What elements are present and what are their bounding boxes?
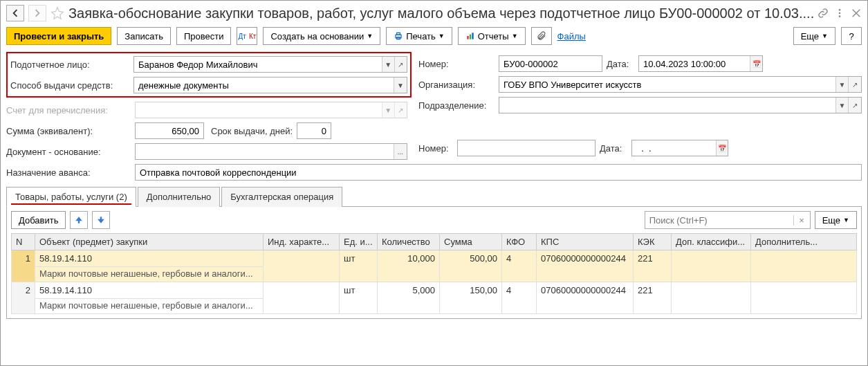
tab-extra[interactable]: Дополнительно bbox=[138, 187, 221, 207]
move-up-button[interactable] bbox=[70, 211, 88, 229]
col-qty[interactable]: Количество bbox=[378, 234, 440, 250]
issue-days-input[interactable] bbox=[297, 123, 331, 138]
col-n[interactable]: N bbox=[12, 234, 35, 250]
cell-qty[interactable]: 5,000 bbox=[378, 282, 440, 314]
issue-days-field[interactable] bbox=[297, 122, 331, 139]
cell-extra[interactable] bbox=[751, 282, 857, 314]
svg-rect-8 bbox=[472, 33, 473, 39]
kebab-icon[interactable] bbox=[834, 8, 845, 19]
col-kfo[interactable]: КФО bbox=[502, 234, 537, 250]
cell-qty[interactable]: 10,000 bbox=[378, 250, 440, 282]
dept-input[interactable] bbox=[499, 98, 835, 113]
cell-code[interactable]: 58.19.14.110 bbox=[35, 250, 264, 267]
print-button[interactable]: Печать ▼ bbox=[386, 27, 452, 45]
col-extra[interactable]: Дополнитель... bbox=[751, 234, 857, 250]
org-input[interactable] bbox=[499, 77, 835, 92]
reports-button[interactable]: Отчеты ▼ bbox=[458, 27, 526, 45]
table-row[interactable]: 2 58.19.14.110 шт 5,000 150,00 4 0706000… bbox=[12, 282, 857, 299]
cell-unit[interactable]: шт bbox=[340, 282, 378, 314]
advance-label: Назначение аванса: bbox=[6, 167, 131, 178]
date-input[interactable] bbox=[639, 56, 750, 71]
cell-unit[interactable]: шт bbox=[340, 250, 378, 282]
open-icon[interactable]: ↗ bbox=[848, 77, 861, 92]
col-unit[interactable]: Ед. и... bbox=[340, 234, 378, 250]
dt-kt-button[interactable]: ДтКт bbox=[237, 27, 257, 45]
table-row[interactable]: 1 58.19.14.110 шт 10,000 500,00 4 070600… bbox=[12, 250, 857, 267]
link-icon[interactable] bbox=[818, 8, 829, 19]
nav-forward-button[interactable] bbox=[28, 5, 46, 21]
cell-kps[interactable]: 07060000000000244 bbox=[537, 282, 634, 314]
number-input[interactable] bbox=[499, 56, 602, 71]
advance-input[interactable] bbox=[136, 165, 861, 180]
sum-equiv-input[interactable] bbox=[136, 123, 203, 138]
cell-kfo[interactable]: 4 bbox=[502, 250, 537, 282]
dropdown-icon[interactable]: ▼ bbox=[394, 77, 407, 93]
col-kps[interactable]: КПС bbox=[537, 234, 634, 250]
transfer-account-field: ▼ ↗ bbox=[135, 102, 407, 118]
ellipsis-icon[interactable]: ... bbox=[394, 144, 407, 159]
calendar-icon[interactable]: 📅 bbox=[716, 140, 728, 156]
favorite-icon[interactable] bbox=[50, 6, 64, 20]
attach-button[interactable] bbox=[531, 27, 552, 45]
org-field[interactable]: ▼ ↗ bbox=[499, 76, 862, 93]
number2-field[interactable] bbox=[457, 140, 595, 156]
write-button[interactable]: Записать bbox=[117, 27, 171, 45]
col-ind[interactable]: Инд. характе... bbox=[264, 234, 340, 250]
add-row-button[interactable]: Добавить bbox=[11, 211, 66, 229]
nav-back-button[interactable] bbox=[6, 5, 24, 21]
create-based-on-button[interactable]: Создать на основании ▼ bbox=[263, 27, 380, 45]
post-and-close-button[interactable]: Провести и закрыть bbox=[6, 27, 111, 45]
col-kek[interactable]: КЭК bbox=[634, 234, 672, 250]
accountable-input[interactable] bbox=[134, 57, 382, 72]
help-button[interactable]: ? bbox=[841, 27, 862, 45]
tab-accounting[interactable]: Бухгалтерская операция bbox=[221, 187, 342, 207]
tab-goods[interactable]: Товары, работы, услуги (2) bbox=[6, 187, 136, 207]
clear-search-icon[interactable]: × bbox=[793, 215, 810, 226]
cell-sum[interactable]: 500,00 bbox=[440, 250, 502, 282]
cell-sum[interactable]: 150,00 bbox=[440, 282, 502, 314]
cell-ind[interactable] bbox=[264, 250, 340, 282]
number-field[interactable] bbox=[499, 55, 602, 72]
accountable-field[interactable]: ▼ ↗ bbox=[133, 56, 407, 73]
cell-kek[interactable]: 221 bbox=[634, 250, 672, 282]
dropdown-icon[interactable]: ▼ bbox=[835, 77, 849, 92]
table-more-button[interactable]: Еще ▼ bbox=[815, 211, 857, 229]
cell-dop[interactable] bbox=[672, 250, 751, 282]
date2-input[interactable] bbox=[632, 140, 716, 156]
more-button[interactable]: Еще ▼ bbox=[793, 27, 835, 45]
date-field[interactable]: 📅 bbox=[638, 55, 763, 72]
dept-field[interactable]: ▼ ↗ bbox=[499, 97, 862, 113]
cell-ind[interactable] bbox=[264, 282, 340, 314]
col-dop[interactable]: Доп. классифи... bbox=[672, 234, 751, 250]
dropdown-icon[interactable]: ▼ bbox=[382, 57, 394, 72]
advance-field[interactable] bbox=[135, 164, 862, 181]
cell-dop[interactable] bbox=[672, 282, 751, 314]
cell-code[interactable]: 58.19.14.110 bbox=[35, 282, 264, 299]
sum-equiv-field[interactable] bbox=[135, 122, 204, 139]
table-search[interactable]: × bbox=[645, 211, 811, 229]
basis-doc-field[interactable]: ... bbox=[135, 143, 407, 160]
issue-method-input[interactable] bbox=[134, 77, 394, 93]
col-sum[interactable]: Сумма bbox=[440, 234, 502, 250]
basis-doc-input[interactable] bbox=[136, 144, 394, 159]
cell-kps[interactable]: 07060000000000244 bbox=[537, 250, 634, 282]
date2-field[interactable]: 📅 bbox=[631, 140, 728, 156]
post-button[interactable]: Провести bbox=[176, 27, 232, 45]
issue-method-field[interactable]: ▼ bbox=[133, 77, 407, 93]
cell-kfo[interactable]: 4 bbox=[502, 282, 537, 314]
move-down-button[interactable] bbox=[92, 211, 110, 229]
col-object[interactable]: Объект (предмет) закупки bbox=[35, 234, 264, 250]
issue-method-label: Способ выдачи средств: bbox=[10, 80, 129, 91]
number2-input[interactable] bbox=[458, 140, 595, 156]
cell-name[interactable]: Марки почтовые негашеные, гербовые и ана… bbox=[35, 299, 264, 314]
cell-name[interactable]: Марки почтовые негашеные, гербовые и ана… bbox=[35, 267, 264, 282]
files-link[interactable]: Файлы bbox=[557, 31, 586, 42]
cell-kek[interactable]: 221 bbox=[634, 282, 672, 314]
close-icon[interactable] bbox=[851, 8, 862, 19]
open-icon[interactable]: ↗ bbox=[848, 98, 861, 113]
calendar-icon[interactable]: 📅 bbox=[750, 56, 762, 71]
table-search-input[interactable] bbox=[645, 215, 793, 226]
dropdown-icon[interactable]: ▼ bbox=[835, 98, 849, 113]
open-icon[interactable]: ↗ bbox=[394, 57, 407, 72]
cell-extra[interactable] bbox=[751, 250, 857, 282]
